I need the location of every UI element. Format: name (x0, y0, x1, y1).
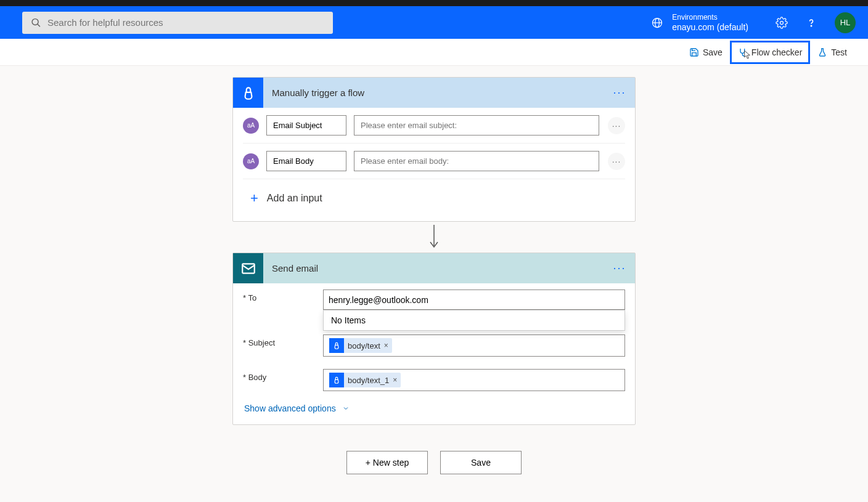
plus-icon: + (250, 190, 258, 206)
save-button[interactable]: Save (682, 44, 730, 61)
to-field-row: * To No Items (233, 283, 635, 316)
app-header: Environments enayu.com (default) HL (0, 6, 868, 39)
svg-point-7 (745, 52, 747, 54)
action-menu[interactable]: ··· (604, 262, 635, 275)
trigger-input-row: aA Email Subject ··· (233, 108, 635, 143)
body-field-row: * Body body/text_1 × (233, 363, 635, 397)
browser-chrome-strip (0, 0, 868, 6)
to-input[interactable] (323, 289, 625, 310)
user-avatar[interactable]: HL (835, 12, 856, 33)
search-box[interactable] (22, 12, 333, 34)
flow-checker-button[interactable]: Flow checker (730, 41, 810, 64)
flask-icon (817, 47, 827, 57)
trigger-title: Manually trigger a flow (272, 87, 604, 98)
svg-point-6 (811, 25, 811, 26)
footer-buttons: + New step Save (346, 451, 522, 474)
input-placeholder-field[interactable] (354, 115, 599, 136)
chevron-down-icon (342, 405, 350, 412)
to-input-text[interactable] (329, 294, 620, 306)
trigger-input-row: aA Email Body ··· (233, 144, 635, 179)
dynamic-token[interactable]: body/text_1 × (329, 373, 401, 387)
new-step-button[interactable]: + New step (346, 451, 428, 474)
token-icon (329, 373, 344, 387)
token-remove[interactable]: × (384, 341, 388, 350)
text-type-icon: aA (243, 118, 259, 134)
save-flow-button[interactable]: Save (440, 451, 522, 474)
environment-name: enayu.com (default) (672, 22, 748, 33)
subject-input[interactable]: body/text × (323, 334, 625, 357)
connector-arrow[interactable] (428, 222, 440, 253)
save-icon (689, 47, 699, 57)
svg-point-0 (32, 18, 38, 25)
action-header[interactable]: Send email ··· (233, 253, 635, 283)
input-name-field[interactable]: Email Body (266, 151, 346, 171)
suggestion-dropdown[interactable]: No Items (323, 310, 625, 331)
add-input-button[interactable]: + Add an input (233, 179, 635, 221)
subject-field-row: * Subject body/text × (233, 328, 635, 363)
action-card: Send email ··· * To No Items * Subject (232, 253, 636, 425)
advanced-options-toggle[interactable]: Show advanced options (233, 397, 635, 424)
environment-icon[interactable] (651, 17, 663, 29)
test-button[interactable]: Test (810, 44, 854, 61)
stethoscope-icon (738, 47, 748, 57)
token-remove[interactable]: × (393, 376, 397, 384)
trigger-icon (233, 78, 263, 108)
action-title: Send email (272, 263, 604, 273)
save-button-label: Save (703, 47, 723, 57)
trigger-header[interactable]: Manually trigger a flow ··· (233, 78, 635, 108)
search-input[interactable] (47, 17, 324, 28)
token-text: body/text_1 (348, 376, 389, 385)
search-icon (31, 17, 41, 28)
flow-checker-label: Flow checker (751, 47, 802, 57)
suggestion-text: No Items (331, 315, 366, 325)
command-bar: Save Flow checker Test (0, 39, 868, 66)
subject-label: * Subject (243, 334, 323, 347)
to-label: * To (243, 289, 323, 302)
test-button-label: Test (831, 47, 847, 57)
environment-selector[interactable]: Environments enayu.com (default) (672, 13, 748, 33)
settings-icon[interactable] (776, 17, 788, 29)
body-input[interactable]: body/text_1 × (323, 369, 625, 391)
token-icon (329, 338, 344, 353)
input-more-menu[interactable]: ··· (608, 153, 625, 170)
add-input-label: Add an input (267, 193, 322, 204)
svg-line-1 (38, 24, 40, 26)
trigger-card: Manually trigger a flow ··· aA Email Sub… (232, 77, 636, 222)
dynamic-token[interactable]: body/text × (329, 338, 392, 353)
input-more-menu[interactable]: ··· (608, 117, 625, 134)
environment-label: Environments (672, 13, 748, 22)
token-text: body/text (348, 341, 380, 350)
advanced-options-label: Show advanced options (244, 403, 336, 413)
text-type-icon: aA (243, 153, 259, 169)
flow-canvas: Manually trigger a flow ··· aA Email Sub… (0, 66, 868, 474)
input-name-field[interactable]: Email Subject (266, 115, 346, 136)
mail-icon (233, 253, 263, 283)
input-placeholder-field[interactable] (354, 151, 599, 171)
body-label: * Body (243, 369, 323, 382)
help-icon[interactable] (805, 17, 817, 29)
trigger-menu[interactable]: ··· (604, 86, 635, 99)
svg-point-5 (780, 21, 784, 24)
